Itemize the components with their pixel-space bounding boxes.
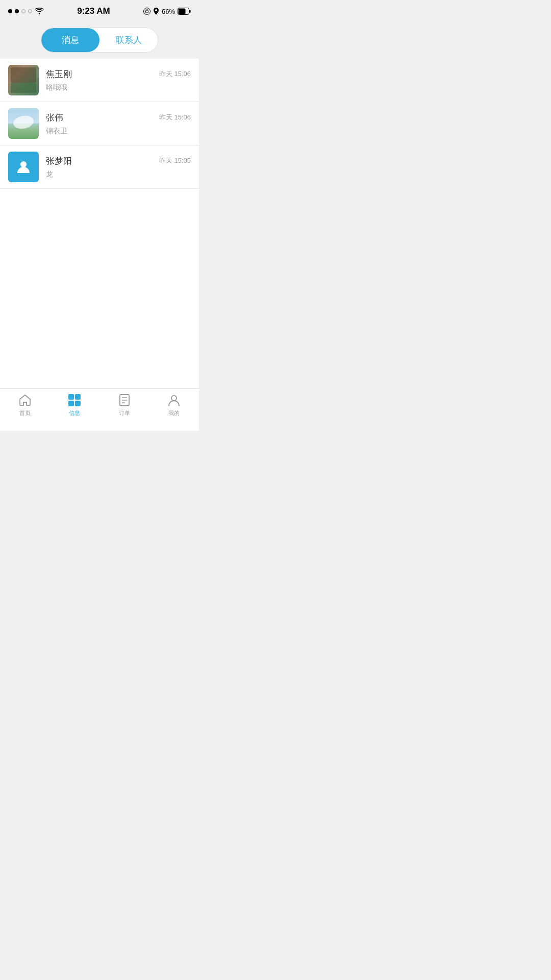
signal-indicators — [8, 8, 44, 15]
message-header-1: 焦玉刚 昨天 15:06 — [46, 68, 191, 80]
message-time-2: 昨天 15:06 — [159, 113, 191, 122]
message-content-1: 焦玉刚 昨天 15:06 咯哦哦 — [46, 68, 191, 92]
home-icon — [18, 393, 32, 407]
message-header-2: 张伟 昨天 15:06 — [46, 112, 191, 124]
message-item[interactable]: 焦玉刚 昨天 15:06 咯哦哦 — [0, 59, 199, 102]
svg-rect-4 — [179, 9, 186, 14]
svg-rect-3 — [189, 10, 191, 13]
signal-dot-3 — [21, 9, 26, 13]
message-list: 焦玉刚 昨天 15:06 咯哦哦 张伟 昨天 15:06 锦衣卫 — [0, 59, 199, 189]
status-right-icons: 66% — [143, 8, 191, 15]
status-bar: 9:23 AM 66% — [0, 0, 199, 22]
signal-dot-1 — [8, 9, 12, 13]
avatar-zhang-mengyang — [8, 152, 39, 182]
message-content-2: 张伟 昨天 15:06 锦衣卫 — [46, 112, 191, 136]
sender-name-3: 张梦阳 — [46, 155, 72, 167]
signal-dot-4 — [28, 9, 32, 13]
svg-point-5 — [20, 161, 27, 167]
nav-label-home: 首页 — [19, 409, 31, 417]
tab-contacts[interactable]: 联系人 — [99, 28, 158, 52]
nav-label-orders: 订单 — [119, 409, 130, 417]
messages-grid-icon — [67, 393, 82, 407]
bottom-nav: 首页 信息 订单 — [0, 388, 199, 431]
segment-control-wrapper: 消息 联系人 — [0, 22, 199, 59]
message-content-3: 张梦阳 昨天 15:05 龙 — [46, 155, 191, 179]
tab-messages[interactable]: 消息 — [41, 28, 99, 52]
avatar-jiao — [8, 65, 39, 95]
orders-icon — [117, 393, 132, 407]
main-content: 消息 联系人 焦玉刚 昨天 15:06 咯哦哦 — [0, 22, 199, 388]
segment-control: 消息 联系人 — [41, 28, 158, 53]
status-time: 9:23 AM — [77, 6, 110, 16]
message-item[interactable]: 张梦阳 昨天 15:05 龙 — [0, 145, 199, 189]
signal-dot-2 — [15, 9, 19, 13]
message-preview-2: 锦衣卫 — [46, 127, 191, 136]
message-time-3: 昨天 15:05 — [159, 156, 191, 165]
avatar-zhang-wei — [8, 108, 39, 139]
message-time-1: 昨天 15:06 — [159, 69, 191, 79]
nav-item-orders[interactable]: 订单 — [99, 393, 149, 417]
nav-item-messages[interactable]: 信息 — [50, 393, 100, 417]
message-item[interactable]: 张伟 昨天 15:06 锦衣卫 — [0, 102, 199, 145]
sender-name-2: 张伟 — [46, 112, 63, 124]
nav-item-mine[interactable]: 我的 — [149, 393, 199, 417]
message-preview-1: 咯哦哦 — [46, 83, 191, 92]
lock-icon — [143, 8, 151, 15]
battery-icon — [178, 8, 191, 15]
message-preview-3: 龙 — [46, 170, 191, 179]
svg-point-10 — [171, 396, 177, 401]
battery-percent: 66% — [162, 8, 175, 15]
message-header-3: 张梦阳 昨天 15:05 — [46, 155, 191, 167]
location-icon — [153, 8, 159, 15]
nav-label-mine: 我的 — [168, 409, 180, 417]
svg-rect-1 — [145, 11, 148, 13]
mine-icon — [167, 393, 181, 407]
person-icon — [15, 159, 32, 175]
wifi-icon — [35, 8, 44, 15]
nav-item-home[interactable]: 首页 — [0, 393, 50, 417]
nav-label-messages: 信息 — [69, 409, 80, 417]
sender-name-1: 焦玉刚 — [46, 68, 72, 80]
